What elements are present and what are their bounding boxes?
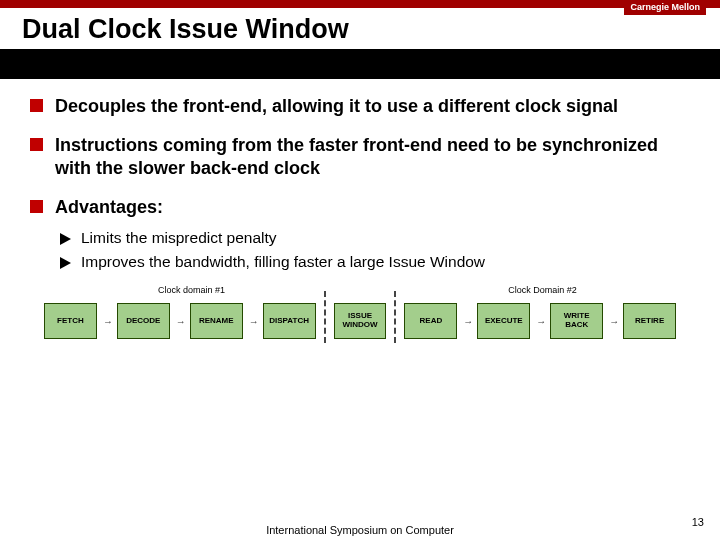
arrow-right-icon: → xyxy=(249,316,257,327)
bullet-text: Advantages: xyxy=(55,196,163,219)
stage-box: RETIRE xyxy=(623,303,676,339)
header-stripe xyxy=(0,0,720,8)
arrow-right-icon: → xyxy=(176,316,184,327)
sub-bullet-text: Improves the bandwidth, filling faster a… xyxy=(81,253,485,271)
list-item: Improves the bandwidth, filling faster a… xyxy=(60,253,690,271)
pipeline-row: FETCH → DECODE → RENAME → DISPATCH ISSUE… xyxy=(44,299,676,343)
brand-logo: Carnegie Mellon xyxy=(624,0,706,15)
stage-box: DECODE xyxy=(117,303,170,339)
title-block: Dual Clock Issue Window xyxy=(0,8,720,49)
footer-text: International Symposium on Computer xyxy=(0,524,720,536)
stage-box: EXECUTE xyxy=(477,303,530,339)
list-item: Instructions coming from the faster fron… xyxy=(30,134,690,180)
domain-divider xyxy=(394,291,396,343)
domain-labels-row: Clock domain #1 Clock Domain #2 xyxy=(44,285,676,295)
title-underline-bar xyxy=(0,49,720,79)
sub-bullet-list: Limits the mispredict penalty Improves t… xyxy=(60,229,690,271)
slide-title: Dual Clock Issue Window xyxy=(22,14,698,45)
page-number: 13 xyxy=(692,516,704,528)
square-bullet-icon xyxy=(30,200,43,213)
list-item: Advantages: xyxy=(30,196,690,219)
domain-label-left: Clock domain #1 xyxy=(44,285,339,295)
arrow-right-icon: → xyxy=(103,316,111,327)
arrow-right-icon: → xyxy=(609,316,617,327)
stage-box: DISPATCH xyxy=(263,303,316,339)
domain-label-right: Clock Domain #2 xyxy=(409,285,676,295)
pipeline-diagram: Clock domain #1 Clock Domain #2 FETCH → … xyxy=(44,285,676,343)
stage-box-center: ISSUE WINDOW xyxy=(334,303,387,339)
arrow-right-icon: → xyxy=(463,316,471,327)
list-item: Decouples the front-end, allowing it to … xyxy=(30,95,690,118)
square-bullet-icon xyxy=(30,138,43,151)
triangle-bullet-icon xyxy=(60,257,71,269)
arrow-right-icon: → xyxy=(536,316,544,327)
bullet-list: Decouples the front-end, allowing it to … xyxy=(30,95,690,219)
square-bullet-icon xyxy=(30,99,43,112)
content-area: Decouples the front-end, allowing it to … xyxy=(0,79,720,343)
list-item: Limits the mispredict penalty xyxy=(60,229,690,247)
stage-box: READ xyxy=(404,303,457,339)
bullet-text: Instructions coming from the faster fron… xyxy=(55,134,690,180)
domain-divider xyxy=(324,291,326,343)
sub-bullet-text: Limits the mispredict penalty xyxy=(81,229,277,247)
stage-box: RENAME xyxy=(190,303,243,339)
stage-box: WRITE BACK xyxy=(550,303,603,339)
bullet-text: Decouples the front-end, allowing it to … xyxy=(55,95,618,118)
stage-box: FETCH xyxy=(44,303,97,339)
triangle-bullet-icon xyxy=(60,233,71,245)
